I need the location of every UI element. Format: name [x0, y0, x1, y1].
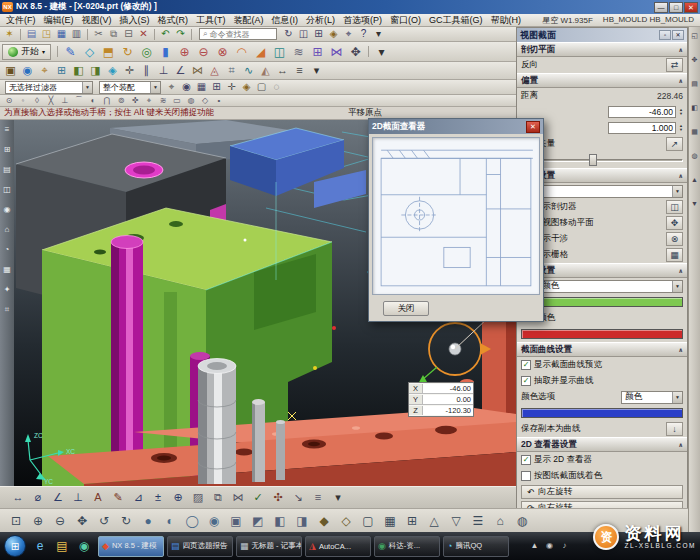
zoom-in-icon[interactable]: ⊕ [27, 512, 49, 530]
move-plane-icon[interactable]: ✥ [666, 216, 683, 230]
redo-icon[interactable]: ↷ [173, 28, 188, 41]
fit-view-icon[interactable]: ⊡ [5, 512, 27, 530]
more-row2-icon[interactable]: ▾ [372, 43, 391, 60]
studio-spline-icon[interactable]: ∿ [240, 63, 257, 78]
cut-icon[interactable]: ✂ [91, 28, 106, 41]
help-icon[interactable]: ? [356, 28, 371, 41]
snapshot-icon[interactable]: ◍ [511, 512, 533, 530]
component-array-icon[interactable]: ⊞ [53, 63, 70, 78]
shaded-edges-icon[interactable]: ◐ [159, 512, 181, 530]
menu-L[interactable]: 分析(L) [302, 14, 339, 27]
panel-float-button[interactable]: ▫ [659, 30, 671, 40]
shell-icon[interactable]: ◫ [270, 43, 289, 60]
roles-icon[interactable]: ✦ [2, 285, 12, 295]
wcs-icon[interactable]: ◈ [326, 28, 341, 41]
multi-view-icon[interactable]: ⊞ [401, 512, 423, 530]
pattern-icon[interactable]: ⊞ [308, 43, 327, 60]
menu-S[interactable]: 插入(S) [116, 14, 154, 27]
subtract-icon[interactable]: ⊖ [194, 43, 213, 60]
color-option-dropdown[interactable]: 指定颜色 [521, 280, 683, 293]
rotate-icon[interactable]: ↺ [93, 512, 115, 530]
crosshair-icon[interactable]: ✛ [224, 81, 239, 94]
window-icon[interactable]: ◫ [296, 28, 311, 41]
surface-icon[interactable]: ◭ [257, 63, 274, 78]
hole-icon[interactable]: ◎ [137, 43, 156, 60]
offset-slider[interactable] [521, 153, 683, 167]
menu-H[interactable]: 帮助(H) [487, 14, 526, 27]
curve-color-dropdown[interactable]: 颜色 [621, 391, 683, 404]
mirror-assembly-icon[interactable]: ◨ [87, 63, 104, 78]
marquee-icon[interactable]: ▢ [254, 81, 269, 94]
copy-icon[interactable]: ⧉ [106, 28, 121, 41]
view-up-icon[interactable]: △ [423, 512, 445, 530]
drawing-style-checkbox[interactable] [521, 471, 531, 481]
menu-E[interactable]: 编辑(E) [40, 14, 78, 27]
clipper-icon[interactable]: ◫ [666, 200, 683, 214]
point-icon[interactable]: ⌖ [341, 28, 356, 41]
snap-curve-icon[interactable]: ≋ [156, 96, 170, 106]
shortcut-star-icon[interactable]: ✶ [2, 28, 17, 41]
view-down-icon[interactable]: ▽ [445, 512, 467, 530]
network-icon[interactable]: ◉ [544, 541, 555, 552]
dimension-linear-icon[interactable]: ↔ [8, 490, 28, 506]
part-navigator-icon[interactable]: ▤ [2, 165, 12, 175]
snap-intersection-icon[interactable]: ╳ [44, 96, 58, 106]
view-menu-icon[interactable]: ☰ [467, 512, 489, 530]
perpendicular-icon[interactable]: ⊥ [155, 63, 172, 78]
dialog-close-icon[interactable]: ✕ [526, 121, 540, 133]
left-view-icon[interactable]: ◧ [269, 512, 291, 530]
datum-plane-icon[interactable]: ◇ [80, 43, 99, 60]
interference-color-swatch[interactable] [521, 329, 683, 339]
readout-x-value[interactable]: -46.00 [423, 384, 473, 393]
home-view-icon[interactable]: ⌂ [489, 512, 511, 530]
move-face-icon[interactable]: ✥ [346, 43, 365, 60]
display-mode-dropdown[interactable]: 截面 [521, 185, 683, 198]
grid-icon[interactable]: ▦ [379, 512, 401, 530]
taskbar-button-nx[interactable]: ◆NX 8.5 - 建模 [98, 536, 164, 557]
dock-restore-icon[interactable]: ◱ [690, 31, 699, 40]
dialog-titlebar[interactable]: 2D截面查看器 ✕ [369, 119, 543, 134]
extrude-icon[interactable]: ⬒ [99, 43, 118, 60]
minimize-button[interactable]: — [654, 2, 668, 13]
windows-start-button[interactable]: ⊞ [4, 535, 26, 557]
assembly-constraints-icon[interactable]: ⌖ [36, 63, 53, 78]
curve-preview-checkbox[interactable] [521, 360, 531, 370]
print-icon[interactable]: ▥ [69, 28, 84, 41]
interference-icon[interactable]: ⊗ [666, 232, 683, 246]
weld-symbol-icon[interactable]: ⋈ [228, 490, 248, 506]
snap-cross-icon[interactable]: ✜ [128, 96, 142, 106]
studio-render-icon[interactable]: ◉ [203, 512, 225, 530]
system-materials-icon[interactable]: ⌗ [2, 305, 12, 315]
refresh-icon[interactable]: ↻ [281, 28, 296, 41]
zoom-out-icon[interactable]: ⊖ [49, 512, 71, 530]
block-icon[interactable]: ▮ [156, 43, 175, 60]
note-icon[interactable]: A [88, 490, 108, 506]
snap-pointer-icon[interactable]: ⌖ [142, 96, 156, 106]
rotate-left-button[interactable]: ↶ 向左旋转 [521, 485, 683, 499]
dimension-angle-icon[interactable]: ∠ [48, 490, 68, 506]
mirror-icon[interactable]: ⋈ [327, 43, 346, 60]
curve-color-swatch[interactable] [521, 408, 683, 418]
snap-grid-icon[interactable]: ◍ [184, 96, 198, 106]
save-icon[interactable]: ▦ [54, 28, 69, 41]
symbol-list-icon[interactable]: ≡ [308, 490, 328, 506]
paste-icon[interactable]: ⊟ [121, 28, 136, 41]
center-mark-icon[interactable]: ⊕ [168, 490, 188, 506]
datum-csys-icon[interactable]: ◈ [104, 63, 121, 78]
volume-icon[interactable]: ♪ [559, 541, 570, 552]
dock-shade-icon[interactable]: ◍ [690, 151, 699, 160]
shaded-icon[interactable]: ● [137, 512, 159, 530]
new-part-icon[interactable]: ▤ [24, 28, 39, 41]
reuse-library-icon[interactable]: ◫ [2, 185, 12, 195]
readout-z-value[interactable]: -120.30 [423, 406, 473, 415]
snap-center-icon[interactable]: ◊ [30, 96, 44, 106]
dock-move-icon[interactable]: ✥ [690, 55, 699, 64]
taskbar-button-qq[interactable]: ◔腾讯QQ [443, 536, 509, 557]
front-view-icon[interactable]: ▣ [225, 512, 247, 530]
right-view-icon[interactable]: ◨ [291, 512, 313, 530]
save-copy-icon[interactable]: ↓ [666, 422, 683, 436]
explorer-icon[interactable]: ▤ [52, 536, 72, 556]
select-edge-icon[interactable]: ⊞ [209, 81, 224, 94]
point-dialog-icon[interactable]: ✛ [121, 63, 138, 78]
highlight-icon[interactable]: ◈ [239, 81, 254, 94]
